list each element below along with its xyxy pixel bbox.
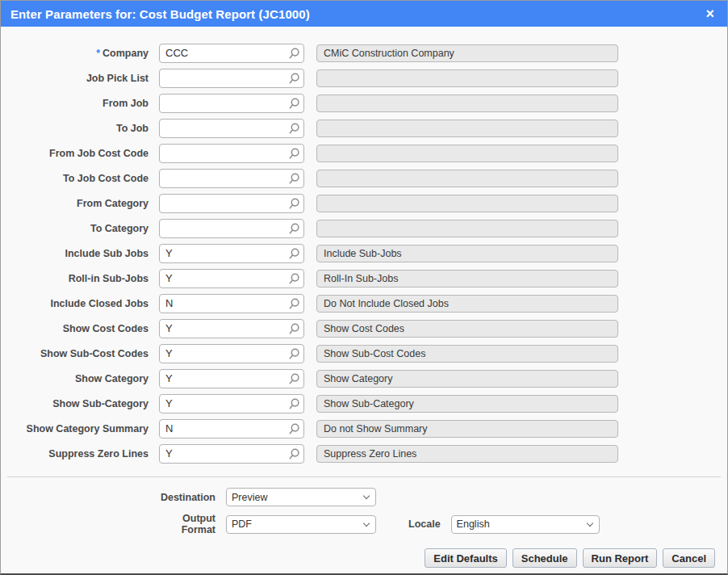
- param-label: Show Sub-Cost Codes: [1, 348, 149, 359]
- param-input-to-category[interactable]: [159, 219, 304, 238]
- param-row-show-category-summary: Show Category Summary Do not Show Summar…: [1, 416, 727, 441]
- param-input-company[interactable]: [159, 44, 304, 63]
- edit-defaults-button[interactable]: Edit Defaults: [425, 548, 506, 568]
- param-row-to-job-cost-code: To Job Cost Code: [1, 166, 727, 191]
- param-description-show-category: Show Category: [316, 370, 618, 388]
- param-label-text: Show Sub-Category: [52, 398, 149, 409]
- destination-row: Destination Preview: [1, 488, 727, 506]
- param-label-text: Include Sub Jobs: [65, 248, 149, 259]
- param-input-show-category[interactable]: [159, 369, 304, 388]
- param-input-include-sub-jobs[interactable]: [159, 244, 304, 263]
- enter-parameters-dialog: Enter Parameters for: Cost Budget Report…: [0, 0, 728, 575]
- param-label-text: From Job: [103, 98, 149, 109]
- param-description-include-sub-jobs: Include Sub-Jobs: [316, 245, 618, 262]
- param-description-suppress-zero-lines: Suppress Zero Lines: [316, 445, 618, 463]
- schedule-button[interactable]: Schedule: [513, 548, 577, 568]
- param-input-wrap: [159, 444, 304, 464]
- param-input-wrap: [159, 169, 304, 188]
- param-label: From Job: [1, 98, 149, 109]
- param-description-include-closed-jobs: Do Not Include Closed Jobs: [316, 295, 618, 313]
- param-description-from-job-cost-code: [316, 145, 618, 162]
- run-report-button[interactable]: Run Report: [583, 548, 658, 568]
- param-label-text: From Category: [77, 198, 149, 209]
- param-description-show-cost-codes: Show Cost Codes: [316, 320, 618, 338]
- param-label: Suppress Zero Lines: [1, 448, 149, 460]
- param-input-wrap: [159, 419, 304, 439]
- param-input-wrap: [159, 94, 304, 113]
- param-input-suppress-zero-lines[interactable]: [159, 444, 304, 464]
- param-input-include-closed-jobs[interactable]: [159, 294, 304, 313]
- param-label-text: Show Sub-Cost Codes: [40, 348, 149, 359]
- param-label-text: Show Cost Codes: [63, 323, 149, 334]
- param-label-text: Include Closed Jobs: [50, 298, 149, 309]
- param-label: Include Sub Jobs: [1, 248, 149, 259]
- param-input-to-job[interactable]: [159, 119, 304, 138]
- param-label-text: Show Category: [75, 373, 149, 384]
- required-marker: *: [96, 48, 100, 59]
- param-description-to-job-cost-code: [316, 170, 618, 187]
- param-label: Include Closed Jobs: [1, 298, 149, 309]
- close-icon[interactable]: ×: [702, 6, 718, 21]
- param-description-to-job: [316, 120, 618, 137]
- param-input-wrap: [159, 219, 304, 238]
- locale-select[interactable]: English: [451, 515, 600, 534]
- param-row-show-sub-cost-codes: Show Sub-Cost Codes Show Sub-Cost Codes: [1, 341, 727, 366]
- destination-select-wrap: Preview: [226, 488, 376, 506]
- param-row-to-category: To Category: [1, 216, 727, 241]
- param-label: To Job: [1, 123, 149, 134]
- param-input-from-job[interactable]: [159, 94, 304, 113]
- param-description-to-category: [316, 220, 618, 237]
- dialog-title: Enter Parameters for: Cost Budget Report…: [10, 7, 702, 21]
- param-description-from-category: [316, 195, 618, 212]
- dialog-titlebar: Enter Parameters for: Cost Budget Report…: [1, 1, 727, 27]
- footer-buttons: Edit Defaults Schedule Run Report Cancel: [1, 535, 727, 568]
- param-row-company: *Company CMiC Construction Company: [1, 40, 727, 65]
- param-label-text: Roll-in Sub-Jobs: [69, 273, 149, 284]
- param-input-show-sub-cost-codes[interactable]: [159, 344, 304, 363]
- param-input-wrap: [159, 269, 304, 288]
- parameters-form: *Company CMiC Construction Company Job P…: [1, 27, 727, 466]
- locale-label: Locale: [408, 518, 441, 530]
- param-input-show-cost-codes[interactable]: [159, 319, 304, 338]
- param-label-text: To Job Cost Code: [63, 173, 149, 184]
- param-input-show-sub-category[interactable]: [159, 394, 304, 413]
- cancel-button[interactable]: Cancel: [663, 548, 715, 568]
- param-description-company: CMiC Construction Company: [316, 44, 618, 62]
- param-row-show-sub-category: Show Sub-Category Show Sub-Category: [1, 391, 727, 416]
- destination-select[interactable]: Preview: [226, 488, 376, 506]
- param-input-wrap: [159, 319, 304, 338]
- param-label: Show Cost Codes: [1, 323, 149, 334]
- param-label-text: To Job: [116, 123, 149, 134]
- param-label: To Job Cost Code: [1, 173, 149, 184]
- param-row-roll-in-sub-jobs: Roll-in Sub-Jobs Roll-In Sub-Jobs: [1, 266, 727, 291]
- param-label-text: To Category: [90, 223, 149, 234]
- param-input-show-category-summary[interactable]: [159, 419, 304, 439]
- param-row-from-category: From Category: [1, 191, 727, 216]
- param-row-suppress-zero-lines: Suppress Zero Lines Suppress Zero Lines: [1, 441, 727, 466]
- param-label: From Category: [1, 198, 149, 209]
- param-input-wrap: [159, 194, 304, 213]
- param-row-to-job: To Job: [1, 115, 727, 141]
- param-input-wrap: [159, 344, 304, 363]
- param-label-text: Show Category Summary: [27, 423, 149, 434]
- param-input-roll-in-sub-jobs[interactable]: [159, 269, 304, 288]
- param-row-from-job: From Job: [1, 90, 727, 115]
- param-input-to-job-cost-code[interactable]: [159, 169, 304, 188]
- destination-label: Destination: [1, 492, 215, 503]
- param-input-from-job-cost-code[interactable]: [159, 144, 304, 163]
- param-input-job-pick-list[interactable]: [159, 69, 304, 88]
- param-input-wrap: [159, 244, 304, 263]
- param-input-wrap: [159, 394, 304, 413]
- param-description-job-pick-list: [316, 69, 618, 87]
- param-label: *Company: [1, 48, 149, 59]
- param-label-text: Suppress Zero Lines: [48, 448, 149, 460]
- param-input-from-category[interactable]: [159, 194, 304, 213]
- param-label-text: From Job Cost Code: [49, 148, 149, 159]
- output-format-select[interactable]: PDF: [226, 515, 376, 534]
- param-input-wrap: [159, 369, 304, 388]
- param-label: From Job Cost Code: [1, 148, 149, 159]
- param-input-wrap: [159, 144, 304, 163]
- param-row-job-pick-list: Job Pick List: [1, 65, 727, 90]
- param-label: To Category: [1, 223, 149, 234]
- param-label: Job Pick List: [1, 73, 149, 84]
